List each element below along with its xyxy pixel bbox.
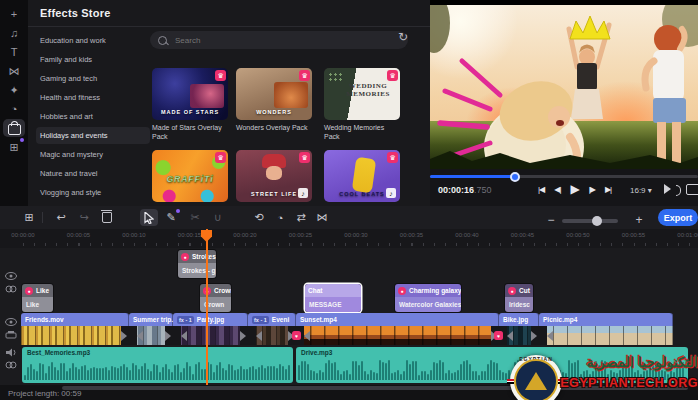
overlay-clip-crown[interactable]: ●CrownCrown [200,284,231,312]
speed-icon[interactable]: ◔ [271,209,289,226]
audio-waveform [24,357,291,380]
play-button[interactable]: ▶ [570,182,578,196]
snap-icon[interactable]: ∪ [209,209,227,226]
sidebar-item-hobbies-and-art[interactable]: Hobbies and art [36,108,150,125]
zoom-out-button[interactable]: − [542,211,560,228]
pack-thumb-text: WONDERS [236,109,312,115]
effects-tool-icon[interactable]: ✦ [3,81,25,99]
aspect-ratio-select[interactable]: 16:9 ▾ [630,186,652,195]
overlay-clip-cut[interactable]: ●CutIridesc [505,284,533,312]
search-box[interactable] [150,31,408,49]
redo-icon[interactable]: ↪ [75,209,93,226]
overlay-clip-charming-galaxy[interactable]: ●Charming galaxyWatercolor Galaxies [395,284,461,312]
audio-track-mute-icon[interactable] [5,348,17,357]
transition-icon[interactable] [240,326,256,345]
split-icon[interactable]: ✂ [186,209,204,226]
undo-icon[interactable]: ↩ [52,209,70,226]
refresh-icon[interactable]: ↻ [398,30,408,44]
playhead-line[interactable] [206,229,208,385]
app-window: +♫T⋈✦◔⊞ Effects Store Education and work… [0,0,698,400]
sidebar-item-nature-and-travel[interactable]: Nature and travel [36,165,150,182]
transition-icon[interactable] [121,326,137,345]
video-preview [430,0,698,169]
sidebar-item-education-and-work[interactable]: Education and work [36,32,150,49]
effects-store-tool-icon[interactable] [3,119,25,137]
frame-back-button[interactable]: ◀| [554,185,560,194]
adjust-icon[interactable]: ⇄ [292,209,310,226]
filters-tool-icon[interactable]: ◔ [3,100,25,118]
video-clip-title-bike-jpg[interactable]: Bike.jpg [499,313,539,326]
sidebar-item-vlogging-and-style[interactable]: Vlogging and style [36,184,150,201]
video-track-icon[interactable] [5,331,17,340]
add-media-icon[interactable]: + [3,5,25,23]
prev-clip-button[interactable]: |◀ [538,185,544,194]
clip-body-label: Strokes - g [178,263,216,278]
audio-tool-icon[interactable]: ♫ [3,24,25,42]
zoom-slider[interactable] [562,219,618,223]
ruler-label: 00:00:20 [233,232,256,238]
zoom-in-button[interactable]: + [630,211,648,228]
video-clip-title-party-jpg[interactable]: fx - 1Party.jpg [173,313,248,326]
sidebar-item-family-and-kids[interactable]: Family and kids [36,51,150,68]
audio-clip-best-memories-mp3[interactable]: Best_Memories.mp3 [22,347,293,383]
video-clip-title-friends-mov[interactable]: Friends.mov [21,313,129,326]
snapshot-camera-icon[interactable] [686,184,698,195]
pack-thumbnail[interactable]: MADE OF STARS♛ [152,68,228,120]
premium-crown-badge: ♛ [387,70,398,81]
fx-badge: fx - 1 [252,316,269,324]
seek-handle[interactable] [510,172,520,182]
sidebar-item-magic-and-mystery[interactable]: Magic and mystery [36,146,150,163]
marker-tool-icon[interactable]: ✎ [162,209,180,226]
ruler-label: 00:00:40 [455,232,478,238]
pack-thumbnail[interactable]: GRAFFiTi♛ [152,150,228,202]
overlay-clip-strokes[interactable]: ●StrokesStrokes - g [178,250,216,278]
pack-thumbnail[interactable]: STREET LIFE♪♛ [236,150,312,202]
pack-thumbnail[interactable]: WEDDING MEMORIES♛ [324,68,400,120]
effect-pack: COOL BEATS♪♛Cool Beats Music Pack [324,150,400,214]
overlay-track-visibility-icon[interactable] [5,272,17,280]
overlay-clip-chat[interactable]: ChatMESSAGE [305,284,361,312]
video-track-visibility-icon[interactable] [5,318,17,326]
video-clip-filmstrip[interactable] [296,326,499,345]
titles-tool-icon[interactable]: T [3,43,25,61]
sidebar-item-gaming-and-tech[interactable]: Gaming and tech [36,70,150,87]
sidebar-item-holidays-and-events[interactable]: Holidays and events [36,127,150,144]
premium-crown-badge: ♛ [215,70,226,81]
video-clip-filmstrip[interactable] [539,326,673,345]
video-clip-filmstrip[interactable] [21,326,129,345]
export-button[interactable]: Export [658,209,698,226]
next-clip-button[interactable]: ▶| [605,185,611,194]
transport-controls: |◀◀|▶|▶▶| [538,182,611,196]
audio-clip-title: Best_Memories.mp3 [27,349,90,356]
video-clip-title-summer-trip-[interactable]: Summer trip... [129,313,173,326]
chevron-down-icon: ▾ [648,186,652,195]
overlay-track-link-icon[interactable] [5,285,17,293]
select-tool-icon[interactable] [140,209,158,226]
transition-wizard-icon[interactable]: ⋈ [313,209,331,226]
transitions-tool-icon[interactable]: ⋈ [3,62,25,80]
video-clip-title-sunset-mp4[interactable]: Sunset.mp4 [296,313,499,326]
more-tools-icon[interactable]: ⊞ [3,138,25,156]
clip-header: ●Like [22,284,53,297]
video-clip-title-eveni[interactable]: fx - 1Eveni [248,313,296,326]
zoom-slider-handle[interactable] [592,216,602,226]
overlay-clip-like[interactable]: ●LikeLike [22,284,53,312]
preview-frame [430,5,698,169]
pack-thumbnail[interactable]: COOL BEATS♪♛ [324,150,400,202]
crop-icon[interactable]: ⟲ [250,209,268,226]
timeline-ruler[interactable]: 00:00:0000:00:0500:00:1000:00:1500:00:20… [0,229,698,249]
effect-pack: MADE OF STARS♛Made of Stars Overlay Pack [152,68,228,141]
sidebar-item-health-and-fitness[interactable]: Health and fitness [36,89,150,106]
transition-icon[interactable] [531,326,547,345]
search-input[interactable] [173,35,400,46]
add-track-icon[interactable]: ⊞ [20,209,38,226]
video-clip-title-picnic-mp4[interactable]: Picnic.mp4 [539,313,673,326]
delete-icon[interactable] [98,209,116,226]
transition-icon[interactable] [165,326,181,345]
pack-thumbnail[interactable]: WONDERS♛ [236,68,312,120]
watermark-logo: EGYPTIAN [510,355,562,400]
frame-forward-button[interactable]: |▶ [589,185,595,194]
audio-track-link-icon[interactable] [5,361,17,369]
volume-icon[interactable] [664,184,676,194]
pack-thumb-text: WEDDING MEMORIES [338,82,398,98]
